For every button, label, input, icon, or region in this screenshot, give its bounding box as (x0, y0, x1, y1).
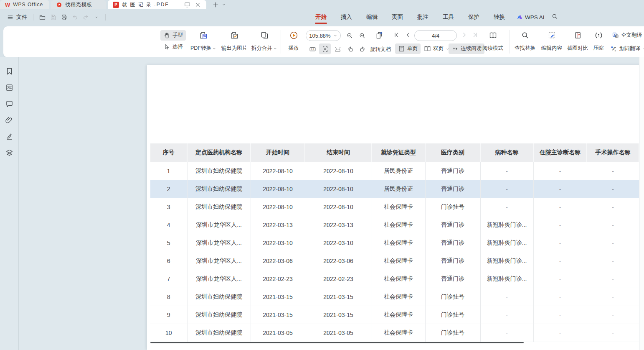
table-cell: - (533, 162, 587, 180)
compress-button[interactable]: 压缩 (590, 30, 607, 54)
monitor-icon[interactable] (184, 1, 191, 8)
select-tool-button[interactable]: 选择 (160, 42, 186, 52)
close-tab-icon[interactable] (194, 1, 201, 8)
column-header: 医疗类别 (425, 143, 480, 162)
word-translate-button[interactable]: 划词翻译 (607, 43, 644, 54)
open-file-button[interactable] (37, 12, 48, 22)
chevron-down-icon (212, 46, 216, 51)
replace-pages-button[interactable] (373, 30, 385, 41)
table-cell: 普通门诊 (425, 162, 480, 180)
hand-tool-button[interactable]: 手型 (160, 30, 186, 41)
single-page-label: 单页 (407, 45, 418, 52)
previous-page-button[interactable] (403, 31, 413, 40)
continuous-reading-button[interactable]: 连续阅读 (449, 43, 484, 54)
ribbon-tab-insert[interactable]: 插入 (334, 10, 359, 25)
undo-button[interactable] (69, 12, 80, 22)
first-page-button[interactable] (392, 31, 401, 40)
pdf-convert-icon (199, 31, 208, 40)
tab-document-pdf[interactable]: P 就 医 记 录 .PDF (108, 0, 206, 9)
tab-wps-office[interactable]: W WPS Office (0, 0, 49, 9)
tab-list-chevron-icon[interactable] (222, 3, 226, 7)
find-replace-button[interactable]: 查找替换 (512, 30, 538, 54)
read-mode-button[interactable]: 阅读模式 (481, 30, 505, 54)
table-cell: 新冠肺炎门诊... (480, 270, 533, 288)
save-button[interactable] (48, 12, 58, 22)
rotate-left-button[interactable] (344, 43, 356, 54)
table-cell: 2 (150, 180, 187, 198)
print-button[interactable] (58, 12, 69, 22)
play-button[interactable]: 播放 (284, 30, 303, 54)
actual-size-button[interactable] (307, 43, 318, 54)
rotate-document-label[interactable]: 旋转文档 (370, 46, 391, 53)
file-menu-button[interactable]: 文件 (4, 12, 30, 23)
ribbon-tab-page[interactable]: 页面 (385, 10, 410, 25)
print-icon (61, 14, 68, 21)
single-page-button[interactable]: 单页 (395, 43, 421, 54)
divider (510, 30, 510, 54)
docer-icon (56, 2, 62, 8)
redo-button[interactable] (80, 12, 91, 22)
double-page-button[interactable]: 双页 (421, 43, 453, 54)
table-cell: - (533, 198, 587, 216)
table-cell: 2022-08-10 (251, 162, 305, 180)
fit-page-icon (322, 46, 329, 53)
menu-bar: 文件 开始 插入 编辑 页面 批注 工具 保护 转换 WPS AI (0, 9, 644, 25)
document-viewer[interactable]: 序号定点医药机构名称开始时间结束时间就诊凭证类型医疗类别病种名称住院主诊断名称手… (19, 57, 644, 350)
wps-ai-button[interactable]: WPS AI (512, 14, 549, 20)
table-cell: 社会保障卡 (372, 324, 425, 342)
attachments-panel-icon[interactable] (5, 115, 14, 125)
compress-icon (594, 31, 603, 40)
chevron-down-icon (333, 33, 337, 38)
quick-access-dropdown[interactable] (91, 12, 102, 22)
table-cell: - (480, 162, 533, 180)
zoom-in-button[interactable] (356, 30, 368, 41)
new-tab-icon[interactable] (212, 1, 219, 8)
split-merge-button[interactable]: 拆分合并 (250, 30, 279, 54)
next-page-button[interactable] (459, 31, 469, 40)
page-swap-icon (375, 31, 384, 40)
table-cell: 新冠肺炎门诊... (480, 216, 533, 234)
column-header: 序号 (150, 143, 187, 162)
screenshot-compare-button[interactable]: 截图对比 (565, 30, 591, 54)
full-text-translate-button[interactable]: 全文翻译 (609, 30, 644, 41)
hand-tool-label: 手型 (172, 32, 183, 39)
page-number-input[interactable]: 4/4 (414, 30, 457, 41)
vertical-scrollbar[interactable] (639, 57, 644, 350)
find-replace-label: 查找替换 (515, 45, 535, 52)
pdf-convert-button[interactable]: PDF转换 (188, 30, 219, 54)
last-page-button[interactable] (470, 31, 479, 40)
ribbon-tab-protect[interactable]: 保护 (461, 10, 487, 25)
column-header: 住院主诊断名称 (533, 143, 587, 162)
thumbnails-panel-icon[interactable] (5, 83, 14, 92)
ribbon-tab-home[interactable]: 开始 (308, 10, 334, 25)
table-row: 7深圳市龙华区人...2022-02-232022-02-23社会保障卡普通门诊… (150, 270, 639, 288)
zoom-out-button[interactable] (344, 30, 355, 41)
table-cell: 深圳市龙华区人... (187, 270, 251, 288)
table-cell: - (533, 288, 587, 306)
bookmarks-panel-icon[interactable] (5, 66, 14, 76)
fit-page-button[interactable] (319, 43, 331, 54)
ribbon-tab-edit[interactable]: 编辑 (359, 10, 385, 25)
edit-content-button[interactable]: 编辑内容 (539, 30, 565, 54)
annotate-panel-icon[interactable] (5, 132, 14, 141)
rotate-right-button[interactable] (357, 43, 368, 54)
ribbon-search-button[interactable] (551, 13, 558, 22)
ribbon-tab-convert[interactable]: 转换 (487, 10, 512, 25)
fit-width-button[interactable] (332, 43, 343, 54)
table-cell: 2022-02-23 (251, 270, 305, 288)
table-cell: 2022-02-23 (305, 270, 372, 288)
horizontal-scrollbar-thumb[interactable] (150, 342, 524, 343)
zoom-level-dropdown[interactable]: 105.88% (306, 30, 341, 41)
table-cell: 2022-03-06 (305, 252, 372, 270)
export-image-button[interactable]: 输出为图片 (220, 30, 249, 54)
table-row: 1深圳市妇幼保健院2022-08-102022-08-10居民身份证普通门诊--… (150, 162, 639, 180)
table-cell: 社会保障卡 (372, 234, 425, 252)
ribbon-tab-tools[interactable]: 工具 (436, 10, 461, 25)
tab-docer-templates[interactable]: 找稻壳模板 (51, 0, 106, 9)
comments-panel-icon[interactable] (5, 99, 14, 108)
table-cell: - (533, 324, 587, 342)
ribbon-tab-comment[interactable]: 批注 (410, 10, 436, 25)
layers-panel-icon[interactable] (5, 148, 14, 157)
table-cell: 社会保障卡 (372, 216, 425, 234)
table-cell: 普通门诊 (425, 216, 480, 234)
